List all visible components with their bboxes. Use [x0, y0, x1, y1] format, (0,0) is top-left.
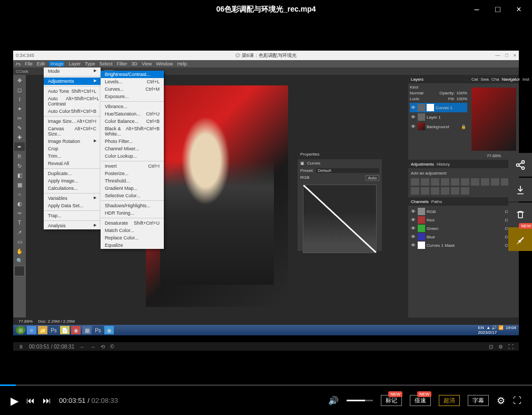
adjustment-icon[interactable] [461, 187, 469, 195]
visibility-icon[interactable]: 👁 [411, 105, 416, 110]
menu-item[interactable]: Levels...Ctrl+L [101, 78, 164, 85]
menu-item[interactable]: DesaturateShift+Ctrl+U [101, 219, 164, 227]
subtitle-button[interactable]: 字幕 [468, 395, 489, 406]
ie-icon[interactable]: e [27, 326, 36, 334]
menu-item[interactable]: Channel Mixer... [101, 145, 164, 152]
brush-tool[interactable]: ✒ [14, 142, 25, 151]
menu-item[interactable]: Brightness/Contrast... [101, 71, 164, 78]
layer-row[interactable]: 👁 Background 🔒 [410, 122, 467, 131]
channel-row[interactable]: 👁RGBCtrl+2 [410, 207, 517, 216]
menu-type[interactable]: Type [85, 61, 95, 66]
menu-item[interactable]: Selective Color... [101, 192, 164, 199]
dodge-tool[interactable]: ◐ [14, 199, 25, 208]
menu-item[interactable]: Vibrance... [101, 103, 164, 110]
menu-item[interactable]: Reveal All [44, 160, 101, 167]
wand-tool[interactable]: ✦ [14, 104, 25, 113]
adjustment-icon[interactable] [421, 178, 429, 186]
tab-layers[interactable]: Layers [411, 77, 423, 82]
speed-button[interactable]: NEW 倍速 [410, 395, 431, 406]
adjustment-icon[interactable] [411, 187, 419, 195]
adjustment-icon[interactable] [461, 178, 469, 186]
eyedropper-tool[interactable]: ✎ [14, 123, 25, 132]
blur-tool[interactable]: ○ [14, 190, 25, 198]
tab-history[interactable]: History [437, 162, 450, 167]
layer-row[interactable]: 👁 Curves 1 [410, 103, 467, 112]
menu-item[interactable]: Mode▶ [44, 67, 101, 75]
menu-item[interactable]: Auto ToneShift+Ctrl+L [44, 88, 101, 95]
menu-item[interactable]: Color Balance...Ctrl+B [101, 118, 164, 125]
menu-item[interactable]: Gradient Map... [101, 185, 164, 192]
adjustment-icon[interactable] [431, 187, 439, 195]
menu-item[interactable]: Photo Filter... [101, 138, 164, 145]
eraser-tool[interactable]: ◧ [14, 171, 25, 179]
adjustment-icon[interactable] [481, 178, 489, 186]
share-button[interactable] [508, 153, 532, 177]
channel-row[interactable]: 👁RedCtrl+3 [410, 216, 517, 224]
menu-item[interactable]: Black & White...Alt+Shift+Ctrl+B [101, 125, 164, 138]
menu-item[interactable]: Image Size...Alt+Ctrl+I [44, 118, 101, 125]
preset-select[interactable]: Default [316, 168, 379, 173]
move-tool[interactable]: ✥ [14, 76, 25, 84]
channel-select[interactable]: RGB [300, 175, 309, 181]
navigator-preview[interactable] [471, 88, 516, 151]
inner-prev-icon[interactable]: ← [80, 344, 85, 350]
menu-item[interactable]: Adjustments▶ [44, 78, 101, 85]
minimize-button[interactable]: – [471, 4, 482, 15]
menu-item[interactable]: Color Lookup... [101, 152, 164, 160]
inner-pause-icon[interactable]: ⏸ [18, 344, 24, 350]
taskbar-app-icon[interactable]: ◉ [71, 326, 81, 334]
adjustment-icon[interactable] [411, 178, 419, 186]
menu-item[interactable]: Trim... [44, 152, 101, 160]
opacity-value[interactable]: 100% [457, 91, 467, 95]
next-button[interactable]: ⏭ [43, 396, 51, 406]
channel-row[interactable]: 👁GreenCtrl+4 [410, 224, 517, 233]
prev-button[interactable]: ⏮ [26, 396, 35, 406]
menu-item[interactable]: Posterize... [101, 170, 164, 177]
adjustment-icon[interactable] [441, 187, 449, 195]
shape-tool[interactable]: ▭ [14, 237, 25, 246]
volume-slider[interactable] [347, 400, 373, 401]
adjustment-icon[interactable] [451, 187, 459, 195]
curves-chart[interactable] [303, 185, 377, 253]
inner-pip-icon[interactable]: ⊡ [489, 344, 493, 350]
download-button[interactable] [508, 178, 532, 201]
menu-window[interactable]: Window [156, 61, 173, 66]
menu-layer[interactable]: Layer [68, 61, 81, 66]
menu-filter[interactable]: Filter [116, 61, 127, 66]
inner-loop-icon[interactable]: © [110, 344, 114, 350]
quality-button[interactable]: 超清 [439, 395, 460, 406]
heal-tool[interactable]: ✚ [14, 133, 25, 141]
menu-item[interactable]: Exposure... [101, 93, 164, 100]
menu-view[interactable]: View [142, 61, 152, 66]
menu-item[interactable]: Image Rotation▶ [44, 138, 101, 145]
menu-item[interactable]: Curves...Ctrl+M [101, 85, 164, 93]
inner-next-icon[interactable]: → [90, 344, 95, 350]
ps-max-icon[interactable]: □ [505, 53, 508, 58]
crop-tool[interactable]: ✂ [14, 114, 25, 122]
visibility-icon[interactable]: 👁 [411, 114, 416, 120]
menu-item[interactable]: Apply Image... [44, 177, 101, 185]
blend-mode[interactable]: Normal [410, 91, 423, 95]
ps-min-icon[interactable]: — [495, 53, 500, 58]
menu-item[interactable]: Duplicate... [44, 170, 101, 177]
channel-row[interactable]: 👁Curves 1 MaskCtrl+1 [410, 241, 517, 249]
menu-item[interactable]: Canvas Size...Alt+Ctrl+C [44, 125, 101, 138]
hand-tool[interactable]: ✋ [14, 247, 25, 255]
inner-refresh-icon[interactable]: ⟲ [101, 344, 105, 350]
tab-paths[interactable]: Paths [431, 199, 442, 204]
adjustment-icon[interactable] [421, 187, 429, 195]
ps-home-icon[interactable]: Ps [16, 62, 21, 66]
pen-tool[interactable]: ✑ [14, 209, 25, 217]
taskbar-app-icon[interactable]: ◉ [104, 326, 114, 334]
settings-icon[interactable]: ⚙ [497, 395, 505, 407]
inner-fullscreen-icon[interactable]: ⛶ [508, 344, 514, 350]
taskbar-app-icon[interactable]: ▦ [82, 326, 92, 334]
adjustment-icon[interactable] [451, 178, 459, 186]
path-tool[interactable]: ↗ [14, 228, 25, 236]
menu-item[interactable]: Auto ColorShift+Ctrl+B [44, 108, 101, 115]
volume-icon[interactable]: 🔊 [328, 395, 339, 406]
visibility-icon[interactable]: 👁 [411, 124, 416, 129]
menu-item[interactable]: Apply Data Set... [44, 202, 101, 209]
start-button[interactable]: ⊞ [16, 326, 25, 334]
gradient-tool[interactable]: ▦ [14, 180, 25, 189]
